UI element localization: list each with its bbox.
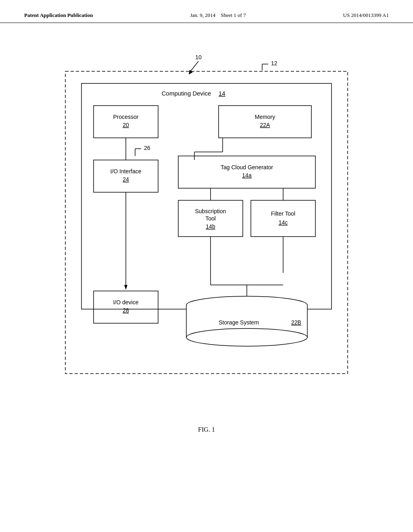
diagram-wrapper: 10 12 Computing Device 14 xyxy=(32,47,381,410)
io-device-ref: 28 xyxy=(123,307,129,314)
header-date: Jan. 9, 2014 xyxy=(190,12,219,18)
ref-12-label: 12 xyxy=(271,60,277,66)
io-device-label: I/O device xyxy=(113,299,138,305)
processor-label: Processor xyxy=(113,114,138,120)
processor-ref: 20 xyxy=(123,122,129,128)
svg-marker-13 xyxy=(124,285,127,290)
filter-tool-ref: 14c xyxy=(279,219,288,226)
tag-cloud-ref: 14a xyxy=(242,172,252,179)
storage-system-label: Storage System xyxy=(219,319,259,326)
diagram-container: 10 12 Computing Device 14 xyxy=(0,23,413,449)
storage-cylinder-bottom xyxy=(186,328,307,346)
storage-system-ref: 22B xyxy=(291,319,301,326)
ref-10-label: 10 xyxy=(195,54,202,60)
header-publication: Patent Application Publication xyxy=(24,12,93,19)
tag-cloud-label: Tag Cloud Generator xyxy=(221,164,273,170)
figure-label: FIG. 1 xyxy=(198,426,215,433)
header-sheet: Sheet 1 of 7 xyxy=(221,12,246,18)
fig-text: FIG. 1 xyxy=(198,426,215,433)
io-interface-ref: 24 xyxy=(123,176,129,183)
subscription-tool-label-1: Subscription xyxy=(195,208,226,214)
page-header: Patent Application Publication Jan. 9, 2… xyxy=(0,0,413,23)
page: Patent Application Publication Jan. 9, 2… xyxy=(0,0,413,492)
subscription-tool-label-2: Tool xyxy=(205,215,216,222)
ref-26-label: 26 xyxy=(144,145,150,151)
svg-line-0 xyxy=(190,61,198,71)
header-patent-number: US 2014/0013399 A1 xyxy=(343,12,389,19)
filter-tool-label: Filter Tool xyxy=(271,210,295,217)
memory-ref: 22A xyxy=(260,122,271,128)
memory-label: Memory xyxy=(255,114,275,120)
filter-tool-box xyxy=(251,200,315,237)
computing-device-label: Computing Device xyxy=(162,90,211,97)
subscription-tool-ref: 14b xyxy=(206,223,215,230)
diagram-svg: 10 12 Computing Device 14 xyxy=(41,47,372,410)
io-interface-label: I/O Interface xyxy=(110,168,141,175)
header-date-sheet: Jan. 9, 2014 Sheet 1 of 7 xyxy=(190,12,246,19)
computing-device-ref: 14 xyxy=(219,90,225,97)
